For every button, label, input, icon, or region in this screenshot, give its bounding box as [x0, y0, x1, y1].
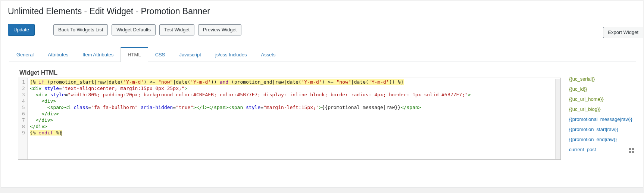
variable-item[interactable]: {{uc_id}}	[568, 84, 635, 94]
code-line[interactable]: </div>	[30, 123, 558, 130]
back-to-widgets-button[interactable]: Back To Widgets List	[53, 24, 108, 35]
tab-html[interactable]: HTML	[121, 47, 148, 62]
code-line[interactable]: </div>	[30, 117, 558, 123]
export-widget-button[interactable]: Export Widget	[603, 27, 643, 38]
variable-item[interactable]: current_post	[568, 144, 635, 155]
tabs: GeneralAttributesItem AttributesHTMLCSSJ…	[9, 47, 636, 62]
code-scrollbar[interactable]	[555, 79, 560, 159]
variable-item[interactable]: {{promotion_end|raw}}	[568, 134, 635, 144]
widget-defaults-button[interactable]: Widget Defaults	[112, 24, 156, 35]
tab-general[interactable]: General	[9, 47, 41, 62]
variable-item[interactable]: {{uc_serial}}	[568, 74, 635, 84]
code-line[interactable]: {% if (promotion_start|raw|date('Y-m-d')…	[30, 79, 558, 85]
variable-item[interactable]: {{uc_url_home}}	[568, 94, 635, 104]
tab-item-attributes[interactable]: Item Attributes	[75, 47, 121, 62]
code-line[interactable]: <div style="width:80%; padding:20px; bac…	[30, 91, 558, 98]
variable-item[interactable]: {{uc_url_blog}}	[568, 104, 635, 114]
svg-rect-2	[629, 151, 631, 153]
code-editor[interactable]: 1 2 3 4 5 6 7 8 9 {% if (promotion_start…	[18, 78, 561, 160]
svg-rect-0	[629, 148, 631, 150]
widget-editor-panel: Unlimited Elements - Edit Widget - Promo…	[1, 1, 643, 187]
tab-css[interactable]: CSS	[148, 47, 172, 62]
code-lines[interactable]: {% if (promotion_start|raw|date('Y-m-d')…	[28, 78, 560, 159]
tab-js[interactable]: Javascript	[172, 47, 208, 62]
svg-rect-3	[632, 151, 634, 153]
test-widget-button[interactable]: Test Widget	[159, 24, 194, 35]
update-button[interactable]: Update	[8, 24, 35, 36]
export-wrap: Export Widget	[603, 27, 643, 38]
text-caret	[62, 131, 62, 136]
code-line[interactable]: <div>	[30, 98, 558, 104]
variable-item[interactable]: {{promotion_start|raw}}	[568, 124, 635, 134]
code-gutter: 1 2 3 4 5 6 7 8 9	[18, 78, 28, 159]
code-line[interactable]: <div style="text-align:center; margin:15…	[30, 85, 558, 91]
grid-icon[interactable]	[629, 147, 635, 155]
preview-widget-button[interactable]: Preview Widget	[198, 24, 241, 35]
editor-area: Widget HTML 1 2 3 4 5 6 7 8 9 {% if (pro…	[18, 69, 635, 160]
code-line[interactable]: <span><i class="fa fa-bullhorn" aria-hid…	[30, 104, 558, 110]
variable-item[interactable]: {{promotional_message|raw}}	[568, 114, 635, 124]
editor-main: Widget HTML 1 2 3 4 5 6 7 8 9 {% if (pro…	[18, 69, 561, 160]
code-line[interactable]: {% endif %}	[30, 130, 558, 136]
tab-attributes[interactable]: Attributes	[41, 47, 75, 62]
code-line[interactable]: </div>	[30, 110, 558, 117]
tab-assets[interactable]: Assets	[254, 47, 282, 62]
editor-heading: Widget HTML	[19, 69, 561, 76]
variables-sidebar: {{uc_serial}}{{uc_id}}{{uc_url_home}}{{u…	[568, 69, 635, 160]
svg-rect-1	[632, 148, 634, 150]
page-title: Unlimited Elements - Edit Widget - Promo…	[8, 6, 643, 16]
tab-includes[interactable]: js/css Includes	[208, 47, 254, 62]
toolbar: Update Back To Widgets List Widget Defau…	[8, 24, 643, 36]
